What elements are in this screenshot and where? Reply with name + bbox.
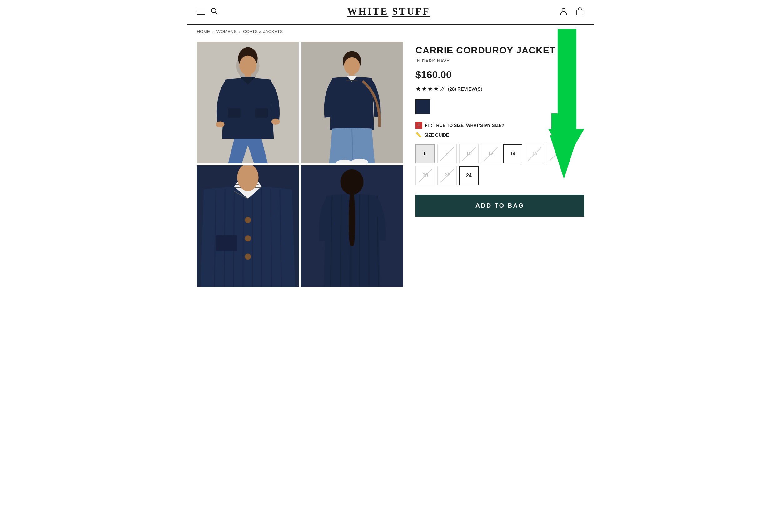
svg-point-9 xyxy=(216,121,224,127)
breadcrumb-womens[interactable]: WOMENS xyxy=(216,29,237,34)
svg-point-35 xyxy=(245,217,251,223)
header-left xyxy=(197,7,218,17)
size-button-12[interactable]: 12 xyxy=(481,144,500,163)
breadcrumb-home[interactable]: HOME xyxy=(197,29,210,34)
svg-point-10 xyxy=(272,119,280,125)
add-to-bag-button[interactable]: ADD TO BAG xyxy=(415,195,584,217)
reviews-link[interactable]: (28) REVIEW(S) xyxy=(448,86,482,91)
svg-line-43 xyxy=(359,194,360,287)
breadcrumb: HOME › WOMENS › COATS & JACKETS xyxy=(188,25,593,38)
ruler-icon: 📏 xyxy=(415,132,422,138)
breadcrumb-sep-2: › xyxy=(239,29,241,34)
account-icon[interactable] xyxy=(559,7,568,17)
product-image-2[interactable] xyxy=(301,42,403,163)
breadcrumb-current: COATS & JACKETS xyxy=(243,29,283,34)
svg-point-36 xyxy=(245,235,251,242)
size-guide[interactable]: 📏 SIZE GUIDE xyxy=(415,132,584,138)
product-detail: CARRIE CORDUROY JACKET IN DARK NAVY $160… xyxy=(415,42,584,287)
svg-point-15 xyxy=(344,57,360,75)
product-image-3[interactable] xyxy=(197,165,299,287)
main-content: CARRIE CORDUROY JACKET IN DARK NAVY $160… xyxy=(188,38,593,299)
size-button-22[interactable]: 22 xyxy=(437,166,457,185)
product-color: IN DARK NAVY xyxy=(415,58,584,64)
svg-rect-12 xyxy=(255,109,268,118)
svg-line-1 xyxy=(215,12,218,14)
size-button-10[interactable]: 10 xyxy=(459,144,479,163)
product-price: $160.00 xyxy=(415,69,584,81)
search-icon[interactable] xyxy=(211,7,218,17)
product-image-grid xyxy=(197,42,403,287)
size-button-8[interactable]: 8 xyxy=(437,144,457,163)
size-grid: 6 8 10 12 14 16 18 20 22 24 xyxy=(415,144,584,185)
svg-line-26 xyxy=(243,188,243,287)
star-rating: ★★★★½ xyxy=(415,85,445,92)
size-button-24[interactable]: 24 xyxy=(459,166,479,185)
product-image-4[interactable] xyxy=(301,165,403,287)
size-button-18[interactable]: 18 xyxy=(547,144,566,163)
fit-badge-icon: T xyxy=(415,122,422,129)
svg-point-7 xyxy=(239,55,256,75)
site-logo[interactable]: WHITE STUFF xyxy=(347,6,430,18)
size-button-20[interactable]: 20 xyxy=(415,166,435,185)
size-guide-label: SIZE GUIDE xyxy=(424,132,449,137)
header: WHITE STUFF xyxy=(188,0,593,25)
hamburger-menu-icon[interactable] xyxy=(197,10,205,15)
bag-icon[interactable] xyxy=(575,7,584,17)
svg-rect-11 xyxy=(228,109,240,118)
fit-size-link[interactable]: WHAT'S MY SIZE? xyxy=(466,123,504,128)
color-section xyxy=(415,99,584,116)
product-image-1[interactable] xyxy=(197,42,299,163)
svg-rect-3 xyxy=(577,10,583,15)
svg-line-44 xyxy=(369,195,369,287)
color-swatch-dark-navy[interactable] xyxy=(415,99,430,114)
header-right xyxy=(559,7,584,17)
breadcrumb-sep-1: › xyxy=(212,29,214,34)
product-title: CARRIE CORDUROY JACKET xyxy=(415,45,584,56)
size-button-16[interactable]: 16 xyxy=(525,144,544,163)
svg-point-2 xyxy=(562,8,565,11)
svg-point-37 xyxy=(245,254,251,260)
reviews-section: ★★★★½ (28) REVIEW(S) xyxy=(415,85,584,92)
size-button-6[interactable]: 6 xyxy=(415,144,435,163)
fit-info: T FIT: TRUE TO SIZE WHAT'S MY SIZE? xyxy=(415,122,584,129)
fit-text: FIT: TRUE TO SIZE xyxy=(425,123,464,128)
svg-rect-38 xyxy=(216,235,237,250)
svg-point-0 xyxy=(211,8,216,13)
svg-point-47 xyxy=(340,169,363,195)
svg-line-28 xyxy=(261,188,262,287)
size-button-14[interactable]: 14 xyxy=(503,144,522,163)
